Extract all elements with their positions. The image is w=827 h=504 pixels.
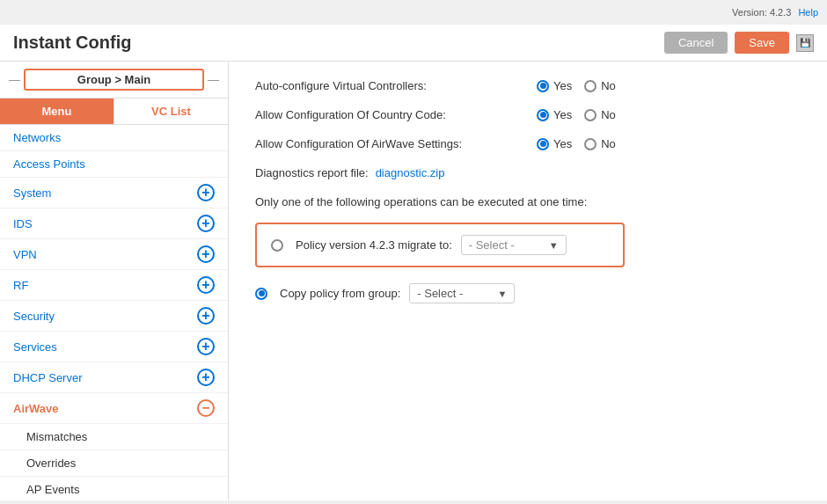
policy-migrate-select-text: - Select -	[469, 238, 545, 252]
plus-icon-ids[interactable]: +	[197, 215, 215, 232]
sidebar-item-vpn[interactable]: VPN +	[0, 239, 228, 270]
auto-configure-no-radio[interactable]	[584, 80, 596, 92]
tab-menu[interactable]: Menu	[0, 99, 113, 124]
tab-vclist[interactable]: VC List	[113, 99, 228, 124]
breadcrumb-dash-left: —	[9, 73, 20, 86]
sidebar-item-label-airwave: AirWave	[13, 402, 59, 415]
copy-policy-label: Copy policy from group:	[280, 287, 400, 300]
minus-icon-airwave[interactable]: −	[197, 399, 215, 417]
airwave-settings-no-radio[interactable]	[584, 138, 596, 150]
airwave-settings-row: Allow Configuration Of AirWave Settings:…	[255, 137, 801, 150]
diagnostics-link[interactable]: diagnostic.zip	[376, 166, 445, 179]
save-button[interactable]: Save	[735, 32, 789, 54]
country-code-radio-group: Yes No	[537, 108, 616, 121]
auto-configure-no-option[interactable]: No	[584, 79, 616, 92]
ops-title: Only one of the following operations can…	[255, 195, 801, 208]
plus-icon-system[interactable]: +	[197, 184, 215, 201]
country-code-no-radio[interactable]	[584, 109, 596, 121]
breadcrumb-row: — Group > Main —	[0, 62, 228, 99]
diagnostics-label: Diagnostics report file:	[255, 166, 369, 179]
auto-configure-radio-group: Yes No	[537, 79, 616, 92]
copy-policy-radio[interactable]	[255, 288, 267, 300]
sidebar-item-label-ids: IDS	[13, 217, 33, 230]
country-code-label: Allow Configuration Of Country Code:	[255, 108, 519, 121]
auto-configure-label: Auto-configure Virtual Controllers:	[255, 79, 519, 92]
plus-icon-vpn[interactable]: +	[197, 245, 215, 263]
country-code-yes-option[interactable]: Yes	[537, 108, 572, 121]
policy-migrate-chevron: ▼	[549, 240, 559, 251]
copy-policy-select-text: - Select -	[417, 287, 494, 300]
copy-policy-row: Copy policy from group: - Select - ▼	[255, 280, 625, 307]
country-code-no-option[interactable]: No	[584, 108, 616, 121]
plus-icon-security[interactable]: +	[197, 307, 215, 325]
sidebar-item-label-rf: RF	[13, 279, 28, 292]
sidebar-item-airwave[interactable]: AirWave −	[0, 393, 228, 424]
sidebar-tabs: Menu VC List	[0, 99, 228, 125]
breadcrumb-dash-right: —	[208, 73, 219, 86]
sidebar-item-services[interactable]: Services +	[0, 332, 228, 362]
sidebar-item-label-access-points: Access Points	[13, 157, 85, 171]
sidebar-item-access-points[interactable]: Access Points	[0, 151, 228, 178]
sidebar-item-security[interactable]: Security +	[0, 301, 228, 332]
auto-configure-yes-radio[interactable]	[537, 80, 549, 92]
content-area: Auto-configure Virtual Controllers: Yes …	[229, 62, 827, 500]
save-disk-icon[interactable]: 💾	[796, 34, 814, 52]
sidebar-subitem-mismatches[interactable]: Mismatches	[0, 424, 228, 450]
sidebar-item-label-system: System	[13, 186, 51, 200]
cancel-button[interactable]: Cancel	[664, 32, 728, 54]
airwave-settings-yes-radio[interactable]	[537, 138, 549, 150]
header-buttons: Cancel Save 💾	[664, 32, 814, 54]
policy-migrate-label: Policy version 4.2.3 migrate to:	[296, 238, 452, 252]
policy-migrate-radio[interactable]	[271, 239, 283, 252]
diagnostics-row: Diagnostics report file: diagnostic.zip	[255, 166, 801, 179]
sidebar-item-rf[interactable]: RF +	[0, 270, 228, 301]
sidebar-item-networks[interactable]: Networks	[0, 125, 228, 151]
sidebar-item-label-dhcp: DHCP Server	[13, 371, 83, 384]
airwave-settings-radio-group: Yes No	[537, 137, 616, 150]
sidebar-item-ids[interactable]: IDS +	[0, 208, 228, 239]
policy-migrate-box: Policy version 4.2.3 migrate to: - Selec…	[255, 223, 625, 267]
sidebar-item-label-networks: Networks	[13, 131, 61, 144]
copy-policy-chevron: ▼	[497, 289, 507, 299]
airwave-settings-label: Allow Configuration Of AirWave Settings:	[255, 137, 519, 150]
sidebar-item-label-services: Services	[13, 340, 57, 354]
plus-icon-services[interactable]: +	[197, 338, 215, 355]
plus-icon-rf[interactable]: +	[197, 276, 215, 294]
airwave-settings-no-option[interactable]: No	[584, 137, 616, 150]
breadcrumb[interactable]: Group > Main	[24, 69, 204, 91]
main-layout: — Group > Main — Menu VC List Networks A…	[0, 62, 827, 500]
country-code-row: Allow Configuration Of Country Code: Yes…	[255, 108, 801, 121]
sidebar: — Group > Main — Menu VC List Networks A…	[0, 62, 229, 500]
airwave-settings-yes-option[interactable]: Yes	[537, 137, 572, 150]
copy-policy-select[interactable]: - Select - ▼	[409, 283, 515, 303]
version-text: Version: 4.2.3	[732, 7, 791, 18]
help-link[interactable]: Help	[798, 7, 818, 18]
sidebar-item-dhcp[interactable]: DHCP Server +	[0, 362, 228, 393]
auto-configure-yes-option[interactable]: Yes	[537, 79, 572, 92]
auto-configure-row: Auto-configure Virtual Controllers: Yes …	[255, 79, 801, 92]
sidebar-subitem-ap-events[interactable]: AP Events	[0, 477, 228, 500]
sidebar-subitem-overrides[interactable]: Overrides	[0, 450, 228, 477]
sidebar-item-label-security: Security	[13, 310, 55, 323]
sidebar-item-system[interactable]: System +	[0, 178, 228, 208]
policy-migrate-select[interactable]: - Select - ▼	[461, 235, 567, 255]
plus-icon-dhcp[interactable]: +	[197, 369, 215, 386]
header: Instant Config Cancel Save 💾	[0, 25, 827, 62]
country-code-yes-radio[interactable]	[537, 109, 549, 121]
top-bar: Version: 4.2.3 Help	[0, 0, 827, 25]
sidebar-item-label-vpn: VPN	[13, 248, 37, 261]
app-title: Instant Config	[13, 33, 131, 53]
